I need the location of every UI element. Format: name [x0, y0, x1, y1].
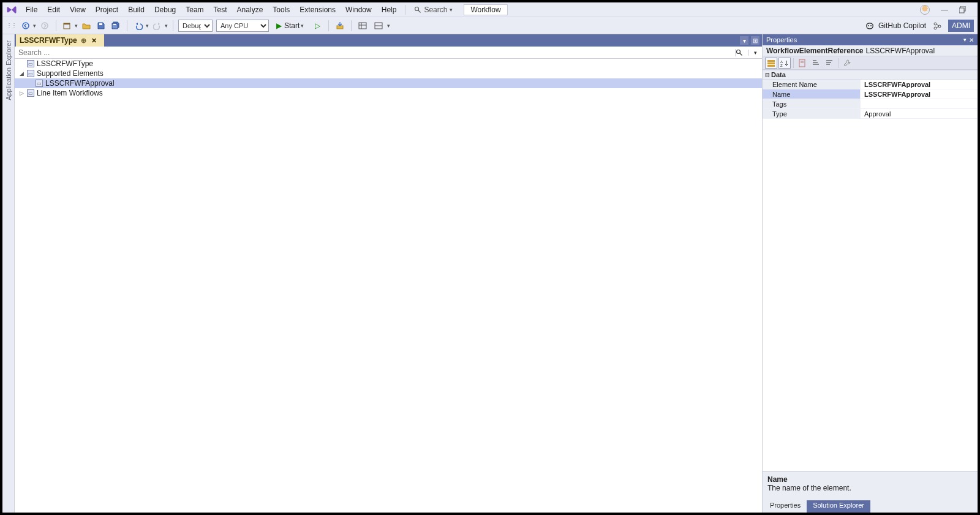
menu-team[interactable]: Team: [181, 4, 208, 15]
svg-point-5: [42, 23, 48, 29]
property-row[interactable]: TypeApproval: [763, 109, 978, 119]
document-tab-active[interactable]: LSSCRFWFType ⊕ ✕: [16, 34, 104, 47]
property-value[interactable]: [861, 99, 978, 108]
bottom-tab-solution-explorer[interactable]: Solution Explorer: [807, 500, 870, 513]
property-value[interactable]: Approval: [861, 109, 978, 118]
properties-title: Properties: [766, 36, 797, 43]
tree-node-label: LSSCRFWFApproval: [45, 79, 115, 88]
tree-search-go[interactable]: [735, 49, 748, 56]
svg-point-18: [934, 23, 937, 25]
save-all-icon: [111, 21, 120, 30]
start-debug-button[interactable]: ▶ Start ▾: [273, 20, 307, 32]
properties-dropdown-icon[interactable]: ▾: [963, 37, 967, 43]
solution-platform-select[interactable]: Any CPU: [216, 20, 269, 32]
user-avatar[interactable]: [920, 5, 930, 15]
application-explorer-tab[interactable]: Application Explorer: [4, 38, 13, 103]
workflow-context-tab[interactable]: Workflow: [464, 4, 507, 15]
menu-extensions[interactable]: Extensions: [295, 4, 341, 15]
prop-sort-btn-2[interactable]: [823, 58, 835, 69]
tree-node-line-item-workflows[interactable]: ▷ ▭ Line Item Workflows: [15, 88, 762, 98]
open-file-button[interactable]: [80, 20, 92, 32]
svg-rect-8: [99, 23, 102, 25]
menu-tools[interactable]: Tools: [268, 4, 295, 15]
folder-icon: ▭: [27, 70, 34, 77]
svg-point-21: [737, 50, 741, 53]
redo-icon: [153, 21, 162, 30]
tree-node-supported-elements[interactable]: ◢ ▭ Supported Elements: [15, 69, 762, 78]
tree-node-label: Line Item Workflows: [37, 89, 103, 97]
menu-search[interactable]: Search ▾: [409, 4, 458, 15]
github-copilot-button[interactable]: GitHub Copilot: [865, 21, 926, 31]
toolbox-btn-1[interactable]: [334, 20, 346, 32]
feedback-button[interactable]: [931, 20, 943, 32]
nav-fwd-icon: [40, 21, 49, 30]
svg-point-4: [23, 23, 29, 29]
tree-search-input[interactable]: [15, 48, 735, 57]
undo-button[interactable]: [132, 20, 145, 32]
property-category[interactable]: ⊟ Data: [763, 70, 978, 80]
property-row[interactable]: Tags: [763, 99, 978, 109]
tree-search-options[interactable]: ▾: [748, 50, 762, 56]
svg-rect-9: [113, 24, 116, 25]
tree-node-root[interactable]: ▭ LSSCRFWFType: [15, 59, 762, 69]
menu-edit[interactable]: Edit: [42, 4, 65, 15]
property-value[interactable]: LSSCRFWFApproval: [861, 80, 978, 89]
bottom-tab-properties[interactable]: Properties: [764, 500, 807, 513]
properties-close-icon[interactable]: ✕: [969, 37, 974, 43]
prop-alphabetical-button[interactable]: AZ: [778, 58, 791, 69]
prop-sort-btn-1[interactable]: [810, 58, 822, 69]
close-tab-button[interactable]: ✕: [90, 37, 98, 45]
property-name: Name: [763, 89, 861, 99]
prop-categorized-button[interactable]: [765, 58, 777, 69]
solution-config-select[interactable]: Debug: [178, 20, 213, 32]
toolbox-btn-3[interactable]: [372, 20, 385, 32]
new-project-button[interactable]: [61, 20, 74, 32]
property-row[interactable]: NameLSSCRFWFApproval: [763, 89, 978, 99]
prop-wrench-button[interactable]: [841, 58, 853, 69]
property-value[interactable]: LSSCRFWFApproval: [861, 89, 978, 99]
prop-pages-button[interactable]: [796, 58, 809, 69]
menu-debug[interactable]: Debug: [149, 4, 181, 15]
restore-button[interactable]: [959, 6, 971, 13]
menu-test[interactable]: Test: [209, 4, 232, 15]
start-label: Start: [284, 21, 300, 30]
property-pages-icon: [798, 59, 807, 67]
expander-collapse-icon[interactable]: ◢: [18, 70, 24, 77]
menu-file[interactable]: File: [21, 4, 42, 15]
menu-help[interactable]: Help: [377, 4, 402, 15]
tab-overflow-button[interactable]: ▾: [740, 36, 748, 45]
step-icon: [336, 21, 344, 30]
admi-pill[interactable]: ADMI: [948, 20, 974, 32]
new-project-icon: [63, 21, 72, 30]
object-tree[interactable]: ▭ LSSCRFWFType ◢ ▭ Supported Elements ▭ …: [15, 59, 762, 513]
pin-icon[interactable]: ⊕: [81, 37, 86, 45]
svg-rect-3: [959, 8, 964, 13]
properties-object-name: LSSCRFWFApproval: [866, 47, 935, 55]
menu-search-label: Search: [424, 6, 447, 14]
svg-line-22: [740, 53, 742, 55]
document-tab-bar: LSSCRFWFType ⊕ ✕ ▾ ⊞: [15, 34, 762, 47]
properties-object-info: WorkflowElementReference LSSCRFWFApprova…: [763, 45, 978, 56]
tab-options-button[interactable]: ⊞: [751, 36, 760, 45]
menu-window[interactable]: Window: [341, 4, 377, 15]
collapse-icon[interactable]: ⊟: [764, 71, 771, 79]
properties-header[interactable]: Properties ▾ ✕: [763, 34, 978, 45]
save-all-button[interactable]: [110, 20, 122, 32]
minimize-button[interactable]: —: [938, 6, 951, 14]
menu-build[interactable]: Build: [123, 4, 149, 15]
menu-view[interactable]: View: [65, 4, 91, 15]
nav-fwd-button[interactable]: [39, 20, 51, 32]
nav-back-button[interactable]: [20, 20, 32, 32]
property-row[interactable]: Element NameLSSCRFWFApproval: [763, 80, 978, 89]
start-no-debug-button[interactable]: ▷: [311, 20, 323, 32]
property-grid[interactable]: ⊟ Data Element NameLSSCRFWFApprovalNameL…: [763, 70, 978, 471]
svg-rect-28: [799, 59, 805, 67]
redo-button[interactable]: [151, 20, 164, 32]
copilot-label: GitHub Copilot: [878, 21, 926, 30]
menu-project[interactable]: Project: [91, 4, 123, 15]
menu-analyze[interactable]: Analyze: [232, 4, 268, 15]
toolbox-btn-2[interactable]: [356, 20, 369, 32]
save-button[interactable]: [95, 20, 107, 32]
expander-expand-icon[interactable]: ▷: [18, 90, 24, 96]
tree-node-approval[interactable]: ▭ LSSCRFWFApproval: [15, 78, 762, 88]
